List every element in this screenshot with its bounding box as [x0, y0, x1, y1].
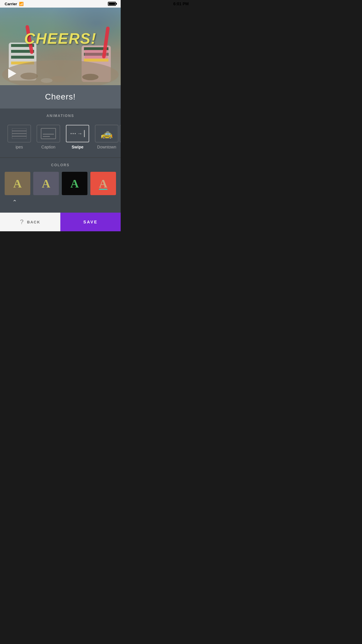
up-arrow-icon[interactable]: ⌃: [12, 199, 17, 206]
swatch-black-letter: A: [71, 177, 79, 190]
svg-point-14: [20, 73, 38, 80]
color-swatch-tan[interactable]: A: [5, 172, 30, 195]
battery-icon: [108, 2, 116, 6]
taxi-icon: 🚕: [101, 128, 113, 139]
save-button[interactable]: SAVE: [60, 213, 121, 231]
carrier-label: Carrier: [5, 2, 17, 6]
up-arrow-wrap[interactable]: ⌃: [5, 199, 116, 206]
swipe-label: Swipe: [72, 145, 83, 149]
bottom-bar: ? BACK SAVE: [0, 213, 121, 231]
svg-point-15: [51, 76, 66, 82]
wifi-icon: 📶: [19, 2, 24, 6]
svg-point-16: [82, 74, 99, 80]
play-button[interactable]: [6, 68, 17, 79]
swipe-icon-wrap: →: [66, 125, 89, 142]
svg-rect-10: [84, 59, 108, 62]
colors-grid: A A A A: [5, 172, 116, 195]
status-left: Carrier 📶: [5, 2, 24, 6]
caption-icon-wrap: [37, 125, 60, 142]
save-label: SAVE: [83, 220, 98, 224]
colors-label: COLORS: [5, 163, 116, 167]
help-icon: ?: [20, 218, 24, 226]
arrow-icon: →: [77, 131, 82, 137]
swipe-bar: [84, 130, 85, 137]
caption-label: Caption: [41, 145, 55, 149]
stripes-icon-wrap: [8, 125, 31, 142]
color-swatch-coral[interactable]: A: [90, 172, 116, 195]
colors-section: COLORS A A A A ⌃: [0, 158, 121, 213]
color-swatch-gray[interactable]: A: [33, 172, 59, 195]
stripes-icon: [12, 128, 27, 139]
animation-item-swipe[interactable]: → Swipe: [63, 123, 92, 152]
caption-icon: [41, 128, 56, 139]
swipe-icon: →: [71, 130, 85, 137]
color-swatch-black[interactable]: A: [62, 172, 87, 195]
animation-item-caption[interactable]: Caption: [34, 123, 63, 152]
animation-item-downtown[interactable]: 🚕 Downtown: [92, 123, 121, 152]
svg-point-17: [41, 78, 52, 83]
swatch-coral-letter: A: [99, 177, 108, 190]
swipe-dots: [71, 133, 76, 134]
swatch-gray-letter: A: [42, 177, 50, 190]
stripes-label: ipes: [15, 145, 23, 149]
back-label: BACK: [27, 220, 41, 224]
title-section: Cheers!: [0, 85, 121, 108]
animations-label: ANIMATIONS: [0, 114, 121, 118]
svg-rect-22: [41, 128, 56, 139]
status-bar: Carrier 📶 6:01 PM: [0, 0, 121, 8]
in-a-icon-wrap: 🌐: [120, 125, 121, 142]
cheers-overlay-text: CHEERS!: [24, 30, 96, 47]
play-triangle-icon: [8, 69, 16, 78]
status-right: [108, 2, 116, 6]
svg-rect-4: [11, 56, 34, 59]
animations-scroll[interactable]: ipes Caption: [0, 123, 121, 155]
back-button[interactable]: ? BACK: [0, 213, 60, 231]
downtown-label: Downtown: [97, 145, 116, 149]
downtown-icon-wrap: 🚕: [95, 125, 118, 142]
video-title: Cheers!: [45, 92, 75, 101]
swatch-tan-letter: A: [13, 177, 22, 190]
video-preview[interactable]: CHEERS!: [0, 8, 121, 85]
animation-item-stripes[interactable]: ipes: [5, 123, 34, 152]
animations-section: ANIMATIONS ipes C: [0, 108, 121, 158]
